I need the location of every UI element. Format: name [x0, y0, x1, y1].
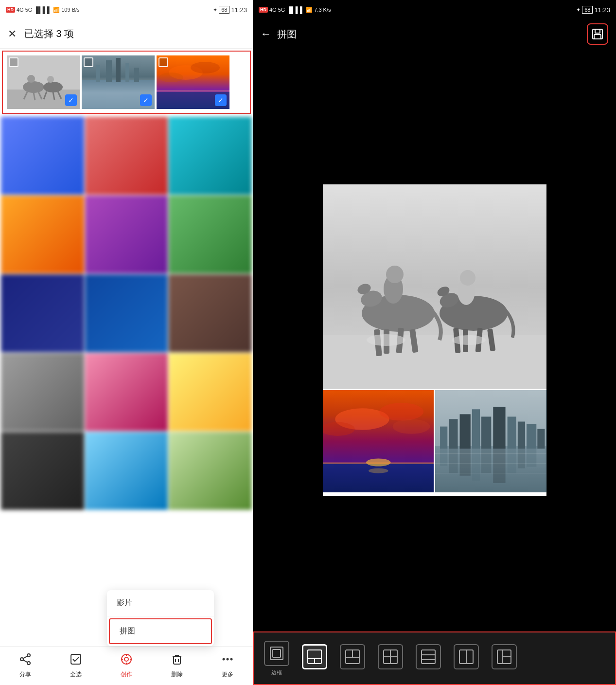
- svg-rect-75: [323, 462, 434, 464]
- toolbar-layout-3[interactable]: [373, 644, 407, 672]
- more-icon: [221, 653, 234, 668]
- thumb-check-3[interactable]: ✓: [215, 94, 227, 106]
- bottom-navigation: 分享 全选 创作: [0, 646, 253, 685]
- svg-rect-15: [106, 60, 112, 82]
- thumb-2[interactable]: ✓: [82, 55, 155, 109]
- thumb-3[interactable]: ✓: [157, 55, 229, 109]
- header-right: ← 拼图: [253, 19, 616, 49]
- svg-rect-86: [518, 422, 525, 449]
- layout-2-icon: [340, 644, 365, 669]
- svg-point-22: [191, 62, 220, 73]
- svg-point-27: [20, 658, 23, 661]
- collage-sunset-image[interactable]: [323, 390, 434, 492]
- gallery-cell[interactable]: [1, 274, 84, 352]
- thumb-expand-1: [9, 57, 18, 67]
- speed-text: 109 B/s: [61, 7, 79, 13]
- selected-images-row: ✓ ✓: [2, 51, 251, 114]
- movie-option[interactable]: 影片: [107, 590, 214, 616]
- gallery-cell[interactable]: [169, 196, 252, 273]
- nav-delete[interactable]: 删除: [163, 649, 191, 683]
- gallery-cell[interactable]: [169, 432, 252, 510]
- layout-main-icon: [302, 644, 327, 669]
- back-button[interactable]: ←: [261, 28, 271, 40]
- collage-container: [323, 184, 546, 496]
- svg-rect-82: [472, 409, 480, 449]
- svg-rect-90: [449, 446, 458, 473]
- toolbar-layout-5[interactable]: [449, 644, 483, 672]
- nav-select-all[interactable]: 全选: [62, 649, 90, 683]
- collage-option[interactable]: 拼图: [109, 618, 212, 644]
- battery-left: 68: [219, 6, 229, 14]
- nav-more-label: 更多: [222, 670, 233, 679]
- nav-delete-label: 删除: [171, 670, 183, 679]
- left-panel: HD 4G 5G ▐▌▌▌ 📶 109 B/s ✦ 68 11:23 ✕ 已选择…: [0, 0, 253, 685]
- gallery-cell[interactable]: [169, 117, 252, 195]
- svg-rect-94: [493, 446, 505, 483]
- gallery-cell[interactable]: [85, 353, 168, 431]
- svg-rect-91: [460, 446, 471, 476]
- nav-share[interactable]: 分享: [11, 649, 39, 683]
- svg-point-56: [386, 266, 404, 283]
- toolbar-border-label: 边框: [271, 669, 282, 676]
- svg-rect-44: [595, 29, 600, 33]
- create-icon: [120, 653, 133, 668]
- svg-rect-16: [116, 58, 121, 82]
- gallery-cell[interactable]: [85, 274, 168, 352]
- svg-rect-81: [460, 414, 471, 449]
- svg-rect-113: [422, 650, 435, 664]
- svg-rect-102: [273, 649, 281, 657]
- svg-rect-89: [440, 446, 447, 466]
- close-button[interactable]: ✕: [8, 28, 17, 40]
- svg-rect-84: [493, 407, 505, 449]
- status-bar-left: HD 4G 5G ▐▌▌▌ 📶 109 B/s ✦ 68 11:23: [0, 0, 253, 19]
- layout-3-icon: [378, 644, 403, 669]
- nav-more[interactable]: 更多: [213, 649, 242, 683]
- gallery-cell[interactable]: [169, 274, 252, 352]
- toolbar-layout-active[interactable]: [298, 644, 332, 672]
- nav-create[interactable]: 创作: [112, 649, 141, 683]
- gallery-cell[interactable]: [1, 432, 84, 510]
- gallery-cell[interactable]: [85, 196, 168, 273]
- svg-point-74: [366, 458, 390, 466]
- svg-point-42: [230, 658, 233, 661]
- gallery-cell[interactable]: [85, 432, 168, 510]
- toolbar-layout-6[interactable]: [487, 644, 521, 672]
- toolbar-layout-4[interactable]: [411, 644, 445, 672]
- battery-right: 68: [582, 6, 593, 14]
- svg-point-65: [460, 270, 475, 286]
- share-icon: [19, 653, 32, 668]
- svg-point-40: [223, 658, 225, 661]
- toolbar-border[interactable]: 边框: [260, 641, 294, 676]
- thumb-expand-3: [158, 57, 168, 67]
- hd-badge-right: HD: [259, 7, 268, 13]
- svg-rect-85: [508, 416, 516, 449]
- svg-point-41: [227, 658, 229, 661]
- save-button[interactable]: [587, 23, 608, 45]
- svg-rect-47: [323, 335, 546, 389]
- gallery-cell[interactable]: [169, 353, 252, 431]
- thumb-check-2[interactable]: ✓: [140, 94, 152, 106]
- right-panel: HD 4G 5G ▐▌▌▌ 📶 7.3 K/s ✦ 68 11:23 ← 拼图: [253, 0, 616, 685]
- gallery-cell[interactable]: [85, 117, 168, 195]
- hd-badge: HD: [6, 7, 15, 13]
- fiveg-text: 5G: [25, 7, 33, 13]
- svg-point-5: [47, 76, 54, 83]
- gallery-cell[interactable]: [1, 117, 84, 195]
- thumb-check-1[interactable]: ✓: [65, 94, 77, 106]
- gallery-cell[interactable]: [1, 353, 84, 431]
- svg-rect-80: [449, 419, 458, 449]
- collage-city-image[interactable]: [435, 390, 546, 492]
- svg-rect-79: [440, 427, 447, 449]
- svg-point-66: [367, 334, 405, 346]
- page-title-right: 拼图: [277, 28, 297, 41]
- gallery-cell[interactable]: [1, 196, 84, 273]
- header-right-left: ← 拼图: [261, 28, 297, 41]
- collage-top-image[interactable]: [323, 184, 546, 389]
- svg-line-28: [23, 656, 28, 659]
- svg-rect-101: [270, 647, 283, 660]
- toolbar-layout-2[interactable]: [335, 644, 370, 672]
- nav-create-label: 创作: [121, 670, 132, 679]
- thumb-1[interactable]: ✓: [7, 55, 80, 109]
- trash-icon: [171, 653, 183, 668]
- svg-point-3: [43, 82, 63, 92]
